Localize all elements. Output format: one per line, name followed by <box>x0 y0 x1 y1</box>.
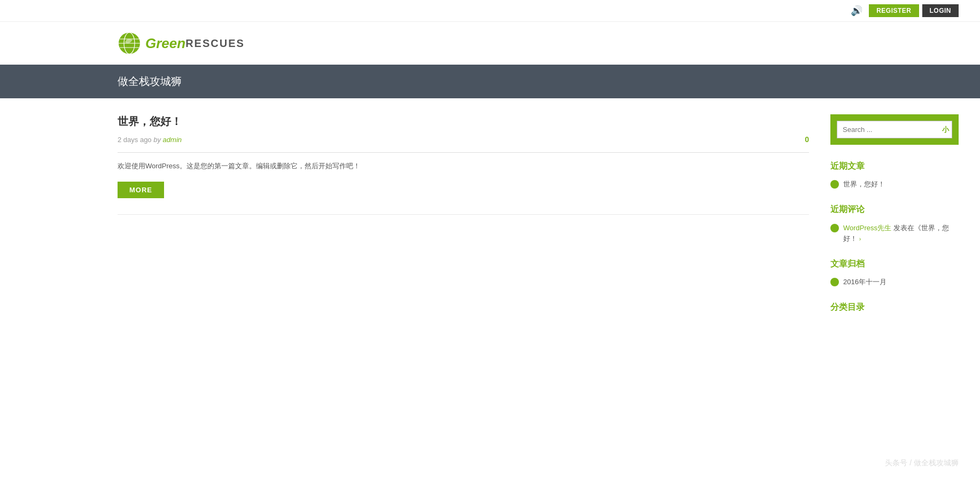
categories-widget: 分类目录 <box>830 302 959 313</box>
post-date: 2 days ago by admin <box>118 136 182 144</box>
recent-comments-title: 近期评论 <box>830 204 959 215</box>
logo[interactable]: Green RESCUES <box>118 32 245 55</box>
archive-link[interactable]: 2016年十一月 <box>843 277 886 287</box>
recent-posts-widget: 近期文章 世界，您好！ <box>830 161 959 189</box>
more-button[interactable]: MORE <box>118 182 164 198</box>
logo-green-text: Green <box>145 35 185 52</box>
sound-icon: 🔊 <box>851 5 862 17</box>
recent-post-item[interactable]: 世界，您好！ <box>830 179 959 189</box>
recent-comments-widget: 近期评论 WordPress先生 发表在《世界，您好！ › <box>830 204 959 244</box>
archive-dot <box>830 278 839 286</box>
sidebar: 小 近期文章 世界，您好！ 近期评论 WordPress先生 发表在《世界，您好… <box>830 114 959 328</box>
logo-rescues-text: RESCUES <box>185 37 245 50</box>
site-header: Green RESCUES <box>0 22 980 65</box>
recent-post-dot <box>830 180 839 189</box>
post-excerpt: 欢迎使用WordPress。这是您的第一篇文章。编辑或删除它，然后开始写作吧！ <box>118 160 809 172</box>
main-content: 世界，您好！ 2 days ago by admin 0 欢迎使用WordPre… <box>0 98 980 344</box>
chevron-right-icon: › <box>859 236 861 242</box>
post-title: 世界，您好！ <box>118 114 809 129</box>
search-input-wrap: 小 <box>837 121 952 138</box>
recent-post-link[interactable]: 世界，您好！ <box>843 179 885 189</box>
recent-comment-text: WordPress先生 发表在《世界，您好！ › <box>843 223 959 244</box>
categories-title: 分类目录 <box>830 302 959 313</box>
post-comments-count: 0 <box>805 135 809 144</box>
top-bar: 🔊 REGISTER LOGIN <box>0 0 980 22</box>
login-button[interactable]: LOGIN <box>922 4 959 17</box>
search-button[interactable]: 小 <box>942 125 949 135</box>
recent-comment-dot <box>830 224 839 232</box>
search-input[interactable] <box>837 121 952 138</box>
page-title: 做全栈攻城狮 <box>118 74 959 89</box>
register-button[interactable]: REGISTER <box>869 4 919 17</box>
posts-area: 世界，您好！ 2 days ago by admin 0 欢迎使用WordPre… <box>118 114 809 328</box>
logo-globe-icon <box>118 32 141 55</box>
search-widget: 小 <box>830 114 959 145</box>
post-meta: 2 days ago by admin 0 <box>118 135 809 144</box>
archive-item[interactable]: 2016年十一月 <box>830 277 959 287</box>
recent-posts-title: 近期文章 <box>830 161 959 172</box>
page-title-bar: 做全栈攻城狮 <box>0 65 980 98</box>
comment-author[interactable]: WordPress先生 <box>843 224 891 232</box>
post-item: 世界，您好！ 2 days ago by admin 0 欢迎使用WordPre… <box>118 114 809 215</box>
post-divider <box>118 152 809 153</box>
archives-title: 文章归档 <box>830 259 959 270</box>
archives-widget: 文章归档 2016年十一月 <box>830 259 959 287</box>
recent-comment-item: WordPress先生 发表在《世界，您好！ › <box>830 223 959 244</box>
